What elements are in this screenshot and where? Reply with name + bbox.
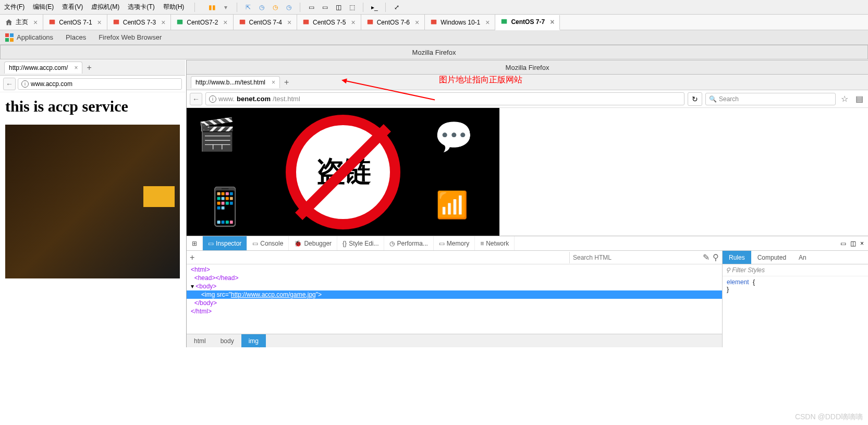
menu-edit[interactable]: 编辑(E)	[33, 3, 54, 11]
terminal-icon[interactable]: ▸_	[370, 3, 379, 12]
search-html-input[interactable]	[569, 252, 700, 263]
close-icon[interactable]: ×	[415, 18, 419, 27]
browser-tab[interactable]: http://www.accp.com/ ×	[4, 62, 82, 74]
browser-tab[interactable]: http://www.b...m/test.html ×	[191, 76, 280, 88]
eyedropper-icon[interactable]: ⚲	[713, 252, 719, 262]
places-menu[interactable]: Places	[66, 33, 86, 41]
network-tab[interactable]: ≡ Network	[475, 236, 515, 250]
sidebar-button[interactable]: ▤	[853, 93, 865, 105]
style-rule[interactable]: element { }	[723, 276, 868, 295]
filter-styles-input[interactable]: ⚲ Filter Styles	[723, 264, 868, 276]
menu-vm[interactable]: 虚拟机(M)	[91, 3, 119, 11]
tree-line-selected[interactable]: <img src="http://www.accp.com/game.jpg">	[187, 290, 722, 299]
close-icon[interactable]: ×	[272, 79, 275, 86]
tree-line[interactable]: </html>	[187, 307, 722, 315]
expand-icon[interactable]: ⤢	[392, 3, 401, 12]
split-icon[interactable]: ◫	[850, 240, 856, 247]
close-icon[interactable]: ×	[97, 18, 102, 27]
vm-tab-centos73[interactable]: CentOS 7-3 ×	[107, 15, 172, 30]
svg-rect-2	[177, 19, 183, 24]
menu-help[interactable]: 帮助(H)	[163, 3, 185, 11]
snapshot-icon[interactable]: ◷	[257, 3, 266, 12]
tree-line[interactable]: </body>	[187, 299, 722, 307]
search-input[interactable]: 🔍 Search	[705, 93, 836, 105]
snapshot2-icon[interactable]: ◷	[284, 3, 294, 12]
crumb-html[interactable]: html	[187, 334, 213, 347]
close-icon[interactable]: ×	[287, 18, 291, 27]
new-tab-button[interactable]: +	[87, 63, 91, 72]
dom-tree[interactable]: <html> <head></head> ▾ <body> <img src="…	[187, 264, 722, 334]
crumb-body[interactable]: body	[213, 334, 241, 347]
new-tab-button[interactable]: +	[284, 78, 289, 87]
send-icon[interactable]: ⇱	[243, 3, 253, 12]
vm-tab-centos77[interactable]: CentOS 7-7 ×	[495, 15, 560, 30]
info-icon[interactable]: i	[209, 95, 216, 103]
chevron-down-icon[interactable]: ▾	[221, 3, 230, 12]
close-icon[interactable]: ×	[860, 240, 864, 247]
menu-file[interactable]: 文件(F)	[4, 3, 25, 11]
styles-tabs: Rules Computed An	[723, 251, 868, 264]
fullscreen-icon[interactable]: ▭	[320, 3, 329, 12]
vm-tab-centos71[interactable]: CentOS 7-1 ×	[43, 15, 107, 30]
close-icon[interactable]: ×	[550, 18, 554, 26]
tab-label: CentOS7-2	[187, 19, 218, 26]
inspector-tab[interactable]: ▭ Inspector	[203, 236, 247, 250]
vm-tab-centos72[interactable]: CentOS7-2 ×	[171, 15, 233, 30]
console-tab[interactable]: ▭ Console	[247, 236, 289, 250]
info-icon[interactable]: i	[21, 80, 29, 88]
search-placeholder: Search	[719, 95, 739, 103]
rules-tab[interactable]: Rules	[723, 251, 751, 264]
pause-icon[interactable]: ▮▮	[207, 3, 217, 12]
selector: element	[727, 278, 749, 286]
tab-label: Console	[260, 240, 283, 247]
performance-tab[interactable]: ◷ Performa...	[384, 236, 433, 250]
svg-rect-11	[10, 38, 14, 42]
add-node-button[interactable]: +	[190, 253, 194, 262]
bookmark-button[interactable]: ☆	[839, 93, 850, 105]
vm-icon	[430, 19, 437, 26]
vm-tab-windows10[interactable]: Windows 10-1 ×	[425, 15, 495, 30]
vm-tab-home[interactable]: 主页 ×	[0, 15, 43, 30]
url-input[interactable]: i www.benet.com/test.html	[205, 92, 684, 105]
vm-icon	[176, 19, 184, 26]
vm-tab-centos74[interactable]: CentOS 7-4 ×	[234, 15, 298, 30]
unity-icon[interactable]: ◫	[334, 3, 343, 12]
window-title: Mozilla Firefox	[0, 45, 868, 59]
prohibition-sign: 盗链	[286, 115, 400, 229]
svg-rect-6	[431, 19, 437, 24]
snapshot-manage-icon[interactable]: ◷	[271, 3, 280, 12]
pick-element-button[interactable]: ⊞	[187, 236, 203, 250]
tree-line[interactable]: <html>	[187, 265, 722, 274]
refresh-button[interactable]: ↻	[688, 92, 702, 106]
current-app[interactable]: Firefox Web Browser	[99, 33, 162, 41]
edit-icon[interactable]: ✎	[703, 252, 710, 262]
tree-line[interactable]: <head></head>	[187, 274, 722, 282]
url-input[interactable]: i www.accp.com	[18, 78, 182, 90]
tree-line[interactable]: ▾ <body>	[187, 282, 722, 290]
animations-tab[interactable]: An	[792, 251, 813, 264]
close-icon[interactable]: ×	[485, 18, 490, 27]
menu-view[interactable]: 查看(V)	[62, 3, 83, 11]
console-icon[interactable]: ⬚	[347, 3, 357, 12]
back-button[interactable]: ←	[3, 78, 16, 90]
close-icon[interactable]: ×	[161, 18, 165, 27]
close-icon[interactable]: ×	[33, 18, 38, 27]
vm-tab-centos75[interactable]: CentOS 7-5 ×	[297, 15, 361, 30]
brace: }	[727, 286, 729, 293]
tab-label: Network	[486, 240, 509, 247]
hotlink-block-image: 🎬 📱 💬 📶 盗链	[187, 108, 499, 236]
dock-icon[interactable]: ▭	[840, 240, 846, 247]
vm-tab-centos76[interactable]: CentOS 7-6 ×	[361, 15, 425, 30]
fit-icon[interactable]: ▭	[307, 3, 316, 12]
menu-tabs[interactable]: 选项卡(T)	[128, 3, 154, 11]
close-icon[interactable]: ×	[74, 64, 78, 71]
style-editor-tab[interactable]: {} Style Edi...	[337, 236, 384, 250]
close-icon[interactable]: ×	[351, 18, 355, 27]
back-button[interactable]: ←	[190, 93, 202, 105]
applications-menu[interactable]: Applications	[17, 33, 53, 41]
computed-tab[interactable]: Computed	[751, 251, 792, 264]
memory-tab[interactable]: ▭ Memory	[434, 236, 475, 250]
debugger-tab[interactable]: 🐞 Debugger	[289, 236, 337, 250]
vm-icon	[48, 19, 56, 26]
close-icon[interactable]: ×	[223, 18, 227, 27]
